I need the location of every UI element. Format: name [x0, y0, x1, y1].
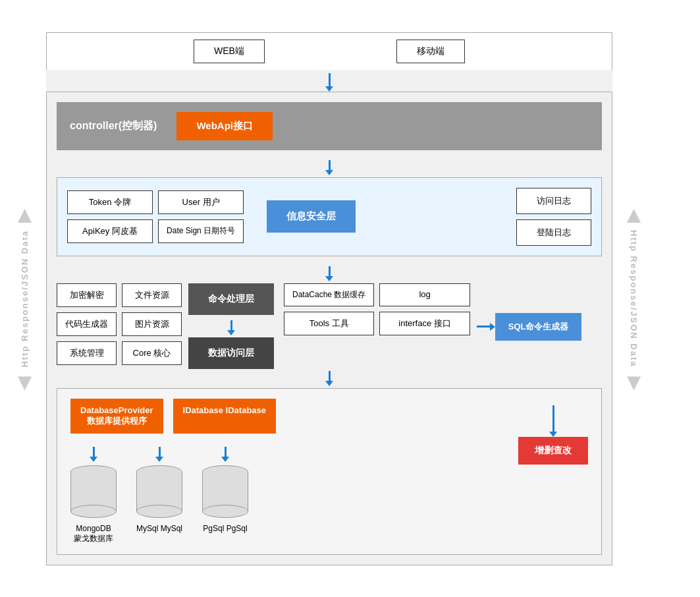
pgsql-group: PgSql PgSql [202, 447, 248, 544]
mysql-cylinder [136, 465, 182, 518]
sql-crud-area: 增删查改 [518, 399, 588, 465]
middle-right-items: DataCache 数据缓存 log Tools 工具 interface 接口 [284, 283, 470, 335]
token-box: Token 令牌 [67, 190, 153, 214]
top-arrow-container [46, 70, 612, 92]
login-log-box: 登陆日志 [516, 219, 591, 246]
webapi-box: WebApi接口 [176, 112, 273, 140]
cmd-to-data-arrow [227, 320, 235, 335]
arrow-head [549, 432, 557, 437]
file-res-box: 文件资源 [122, 283, 182, 307]
cyl-bottom [70, 505, 117, 518]
arrow-head [227, 330, 235, 335]
left-side-label: Http Response/JSON Data [20, 230, 30, 368]
cyl-bottom [202, 505, 248, 518]
sys-mgmt-box: 系统管理 [57, 341, 117, 365]
arrow-line [329, 371, 331, 381]
arrow-line [230, 320, 232, 330]
security-right-items: 访问日志 登陆日志 [516, 188, 591, 246]
datesign-box: Date Sign 日期符号 [158, 219, 244, 243]
security-center: 信息安全层 [267, 200, 356, 233]
arrow-head [325, 276, 333, 281]
diagram-container: WEB端 移动端 controller(控制器) WebApi接口 [46, 32, 612, 565]
db-section: DatabaseProvider数据库提供程序 IDatabase IDatab… [57, 388, 602, 555]
ctrl-to-sec-arrow [57, 160, 602, 175]
arrow-to-pgsql [221, 447, 229, 462]
arrow-line [552, 405, 554, 432]
center-layers: 命令处理层 数据访问层 [182, 283, 281, 369]
idatabase-box: IDatabase IDatabase [173, 399, 276, 434]
arrow-line [225, 447, 227, 457]
arrow-to-mongo [90, 447, 97, 462]
db-providers: DatabaseProvider数据库提供程序 IDatabase IDatab… [70, 399, 505, 434]
core-box: Core 核心 [122, 341, 182, 365]
pgsql-cylinder [202, 465, 248, 518]
cyl-bottom [136, 505, 182, 518]
middle-left-items: 加密解密 文件资源 代码生成器 图片资源 系统管理 Core 核心 [57, 283, 182, 365]
arrow-head [325, 170, 333, 175]
access-log-box: 访问日志 [516, 188, 591, 214]
right-side-label: Http Response/JSON Data [629, 230, 639, 368]
top-section: WEB端 移动端 [46, 32, 612, 71]
mysql-label: MySql MySql [136, 524, 182, 533]
arrow-head [325, 86, 333, 92]
arrow-to-mysql [155, 447, 163, 462]
encrypt-box: 加密解密 [57, 283, 117, 307]
apikey-box: ApiKey 阿皮基 [67, 219, 153, 243]
command-layer-box: 命令处理层 [188, 283, 274, 315]
crud-box: 增删查改 [518, 437, 588, 465]
db-cylinders: MongoDB蒙戈数据库 [70, 447, 505, 544]
left-side-arrows: ▲ Http Response/JSON Data ▼ [7, 51, 43, 546]
mysql-group: MySql MySql [136, 447, 182, 544]
h-arrow-head [490, 323, 495, 331]
arrow-head [221, 457, 229, 462]
right-arrow-up-icon: ▲ [622, 203, 646, 227]
mobile-box: 移动端 [396, 40, 465, 63]
arrow-head [325, 381, 333, 386]
web-box: WEB端 [194, 40, 265, 63]
right-side-arrows: ▲ Http Response/JSON Data ▼ [616, 51, 652, 546]
controller-label: controller(控制器) [70, 119, 157, 133]
security-section: Token 令牌 User 用户 ApiKey 阿皮基 Date Sign 日期… [57, 177, 602, 256]
tools-box: Tools 工具 [284, 312, 374, 335]
mongodb-label: MongoDB蒙戈数据库 [74, 524, 113, 544]
mongodb-group: MongoDB蒙戈数据库 [70, 447, 117, 544]
datacache-box: DataCache 数据缓存 [284, 283, 374, 306]
top-down-arrow [325, 73, 333, 92]
arrow-down-3 [325, 371, 333, 386]
full-layout: ▲ Http Response/JSON Data ▼ WEB端 移动端 con… [0, 0, 700, 597]
interface-box: interface 接口 [379, 312, 470, 335]
h-arrow-line [477, 326, 490, 327]
system-box: controller(控制器) WebApi接口 Token 令牌 User 用… [46, 92, 612, 565]
sql-generator-box: SQL命令生成器 [495, 313, 582, 341]
codegen-box: 代码生成器 [57, 312, 117, 336]
security-left-items: Token 令牌 User 用户 ApiKey 阿皮基 Date Sign 日期… [67, 190, 244, 243]
mongodb-cylinder [70, 465, 117, 518]
pgsql-label: PgSql PgSql [203, 524, 247, 533]
arrow-line [329, 160, 331, 170]
arrow-line [329, 266, 331, 276]
left-arrow-up-icon: ▲ [13, 203, 37, 227]
arrow-down-2 [325, 266, 333, 281]
arrow-line [159, 447, 161, 457]
sec-to-cmd-arrow [57, 266, 602, 281]
arrow-head [155, 457, 163, 462]
arrow-head [90, 457, 97, 462]
sql-to-crud-arrow [549, 405, 557, 437]
sql-gen-container: SQL命令生成器 [477, 283, 582, 341]
img-res-box: 图片资源 [122, 312, 182, 336]
info-security-box: 信息安全层 [267, 200, 356, 233]
middle-row: 加密解密 文件资源 代码生成器 图片资源 系统管理 Core 核心 命令处理层 … [57, 283, 602, 369]
arrow-down-1 [325, 160, 333, 175]
data-access-box: 数据访问层 [188, 337, 274, 369]
arrow-line [93, 447, 95, 457]
log-box: log [379, 283, 470, 306]
data-to-sql-arrow [477, 323, 495, 331]
user-box: User 用户 [158, 190, 244, 214]
data-to-db-arrow [57, 371, 602, 386]
left-arrow-down-icon: ▼ [13, 370, 37, 394]
right-arrow-down-icon: ▼ [622, 370, 646, 394]
arrow-line [329, 73, 331, 86]
controller-layer: controller(控制器) WebApi接口 [57, 102, 602, 150]
db-provider-box: DatabaseProvider数据库提供程序 [70, 399, 163, 434]
db-main: DatabaseProvider数据库提供程序 IDatabase IDatab… [70, 399, 505, 544]
